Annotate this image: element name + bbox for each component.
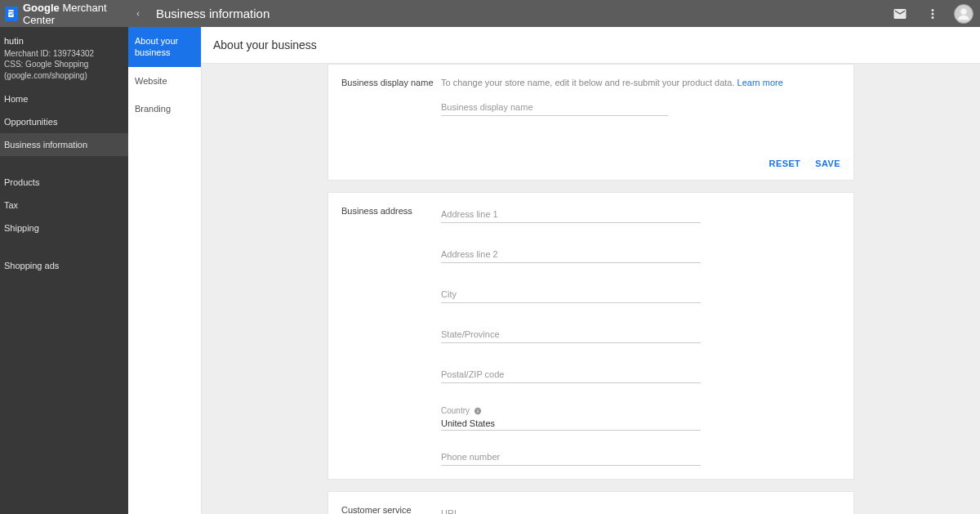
card-label: Customer service contact <box>328 505 441 514</box>
account-css-label: CSS: Google Shopping <box>4 59 124 70</box>
product-name: Google Merchant Center <box>23 2 128 26</box>
helper-text: To change your store name, edit it below… <box>441 78 821 87</box>
header-right <box>889 2 973 25</box>
primary-nav-item[interactable]: Products <box>0 171 128 194</box>
merchant-center-icon <box>5 7 18 21</box>
avatar[interactable] <box>954 4 973 24</box>
zip-input[interactable] <box>441 366 701 383</box>
address-line-2-input[interactable] <box>441 246 701 263</box>
reset-button[interactable]: RESET <box>769 159 801 168</box>
svg-point-0 <box>960 8 966 14</box>
primary-nav-item[interactable]: Shopping ads <box>0 254 128 277</box>
card-customer-service: Customer service contact <box>327 491 854 514</box>
primary-nav-item[interactable]: Shipping <box>0 217 128 239</box>
product-logo[interactable]: Google Merchant Center <box>0 2 128 26</box>
app-header: Google Merchant Center Business informat… <box>0 0 980 27</box>
country-value[interactable]: United States <box>441 417 701 431</box>
content-title: About your business <box>202 27 980 64</box>
content-body: Business display name To change your sto… <box>202 64 980 514</box>
primary-nav-item[interactable]: Opportunities <box>0 110 128 133</box>
account-name: hutin <box>4 35 124 47</box>
primary-nav-item[interactable]: Home <box>0 87 128 110</box>
phone-input[interactable] <box>441 449 701 466</box>
card-label: Business address <box>328 206 441 479</box>
city-input[interactable] <box>441 286 701 303</box>
collapse-nav-button[interactable] <box>128 10 148 18</box>
card-actions: RESET SAVE <box>328 139 853 180</box>
account-css-url: (google.com/shopping) <box>4 70 124 82</box>
account-block[interactable]: hutin Merchant ID: 139734302 CSS: Google… <box>0 27 128 87</box>
card-display-name: Business display name To change your sto… <box>327 64 854 181</box>
mail-icon[interactable] <box>889 2 911 25</box>
primary-sidebar: hutin Merchant ID: 139734302 CSS: Google… <box>0 27 128 514</box>
main-layout: hutin Merchant ID: 139734302 CSS: Google… <box>0 27 980 514</box>
nav-spacer <box>0 156 128 171</box>
secondary-nav-item[interactable]: Website <box>128 67 201 95</box>
secondary-nav-item[interactable]: About your business <box>128 27 201 67</box>
cs-url-input[interactable] <box>441 505 701 514</box>
account-merchant-id: Merchant ID: 139734302 <box>4 48 124 60</box>
info-icon[interactable] <box>474 407 482 415</box>
address-line-1-input[interactable] <box>441 206 701 223</box>
primary-nav-item[interactable]: Tax <box>0 194 128 217</box>
more-icon[interactable] <box>921 2 944 25</box>
primary-nav-item[interactable]: Business information <box>0 133 128 156</box>
card-business-address: Business address Country United St <box>327 192 854 480</box>
save-button[interactable]: SAVE <box>815 159 840 168</box>
country-label: Country <box>441 406 701 415</box>
content-area: About your business Business display nam… <box>202 27 980 514</box>
page-title: Business information <box>156 7 270 20</box>
nav-spacer <box>0 239 128 254</box>
header-left: Google Merchant Center Business informat… <box>0 0 270 27</box>
learn-more-link[interactable]: Learn more <box>737 78 783 87</box>
secondary-nav-item[interactable]: Branding <box>128 95 201 123</box>
secondary-sidebar: About your businessWebsiteBranding <box>128 27 202 514</box>
business-display-name-input[interactable] <box>441 99 668 116</box>
state-input[interactable] <box>441 326 701 343</box>
card-label: Business display name <box>328 78 441 139</box>
